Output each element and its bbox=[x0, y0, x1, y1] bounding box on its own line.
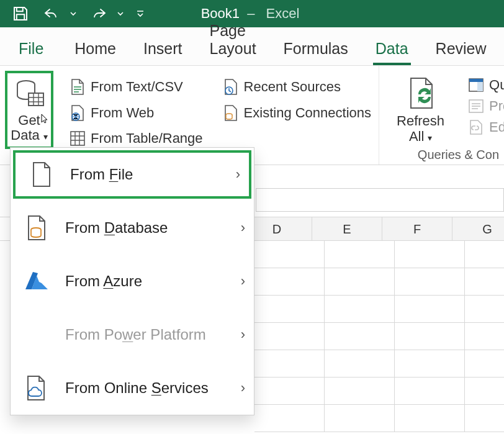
menu-label: From File bbox=[70, 166, 133, 183]
refresh-icon bbox=[405, 76, 437, 111]
svg-rect-9 bbox=[469, 79, 483, 82]
database-file-icon bbox=[24, 215, 49, 241]
menu-from-file[interactable]: From File › bbox=[13, 150, 251, 199]
undo-button[interactable] bbox=[41, 6, 62, 22]
svg-rect-10 bbox=[477, 82, 483, 91]
properties-button[interactable]: Properties bbox=[467, 97, 504, 115]
edit-links-button[interactable]: Edit Links bbox=[467, 118, 504, 137]
cursor-icon bbox=[40, 113, 49, 124]
menu-label: From Power Platform bbox=[65, 326, 206, 343]
from-web-button[interactable]: From Web bbox=[66, 102, 207, 124]
save-icon[interactable] bbox=[11, 4, 30, 23]
from-text-csv-button[interactable]: From Text/CSV bbox=[66, 76, 207, 98]
customize-qat-icon[interactable] bbox=[135, 9, 145, 19]
ribbon-tabs: File Home Insert Page Layout Formulas Da… bbox=[0, 27, 504, 66]
file-icon bbox=[29, 161, 54, 188]
col-header-e[interactable]: E bbox=[312, 217, 382, 240]
chevron-right-icon: › bbox=[241, 380, 245, 396]
menu-from-online-services[interactable]: From Online Services › bbox=[11, 361, 254, 415]
tab-data[interactable]: Data bbox=[362, 31, 422, 65]
menu-from-azure[interactable]: From Azure › bbox=[11, 255, 254, 308]
redo-button[interactable] bbox=[88, 6, 109, 22]
text-file-icon bbox=[70, 78, 86, 96]
tab-formulas[interactable]: Formulas bbox=[270, 31, 362, 65]
edit-links-icon bbox=[468, 119, 484, 135]
menu-label: From Database bbox=[65, 219, 168, 237]
recent-sources-button[interactable]: Recent Sources bbox=[219, 76, 375, 98]
from-table-range-button[interactable]: From Table/Range bbox=[66, 128, 207, 149]
tab-file[interactable]: File bbox=[5, 31, 61, 65]
col-header-g[interactable]: G bbox=[452, 217, 504, 240]
menu-from-power-platform: From Power Platform › bbox=[11, 308, 254, 361]
chevron-right-icon: › bbox=[241, 273, 245, 289]
svg-rect-1 bbox=[17, 14, 25, 20]
recent-file-icon bbox=[223, 78, 239, 96]
redo-dropdown-icon[interactable] bbox=[117, 10, 124, 17]
connections-file-icon bbox=[223, 104, 239, 122]
svg-rect-0 bbox=[17, 7, 23, 11]
menu-label: From Online Services bbox=[65, 379, 209, 397]
table-icon bbox=[70, 130, 86, 147]
ribbon-group-caption: Queries & Con bbox=[418, 148, 499, 162]
cloud-file-icon bbox=[24, 375, 49, 401]
formula-input[interactable] bbox=[256, 188, 504, 212]
quick-access-toolbar bbox=[0, 4, 145, 23]
existing-connections-button[interactable]: Existing Connections bbox=[219, 102, 375, 124]
tab-review[interactable]: Review bbox=[422, 31, 500, 65]
queries-pane-icon bbox=[468, 78, 484, 93]
svg-rect-5 bbox=[71, 132, 84, 145]
get-data-menu: From File › From Database › From Azure ›… bbox=[10, 147, 254, 415]
chevron-right-icon: › bbox=[236, 166, 240, 183]
properties-icon bbox=[468, 99, 484, 114]
chevron-right-icon: › bbox=[241, 327, 245, 343]
database-table-icon bbox=[12, 77, 46, 111]
refresh-all-button[interactable]: Refresh All ▾ bbox=[383, 71, 453, 145]
menu-label: From Azure bbox=[65, 273, 142, 290]
tab-insert[interactable]: Insert bbox=[130, 31, 196, 65]
chevron-right-icon: › bbox=[241, 220, 245, 236]
col-header-f[interactable]: F bbox=[382, 217, 452, 240]
azure-icon bbox=[24, 269, 49, 293]
undo-dropdown-icon[interactable] bbox=[70, 10, 77, 17]
menu-from-database[interactable]: From Database › bbox=[11, 201, 254, 255]
web-file-icon bbox=[70, 104, 86, 122]
get-data-button[interactable]: Get Data ▾ bbox=[5, 71, 53, 149]
queries-connections-button[interactable]: Queries & bbox=[467, 76, 504, 94]
tab-page-layout[interactable]: Page Layout bbox=[196, 13, 270, 65]
tab-home[interactable]: Home bbox=[61, 31, 130, 65]
svg-rect-3 bbox=[29, 93, 43, 106]
